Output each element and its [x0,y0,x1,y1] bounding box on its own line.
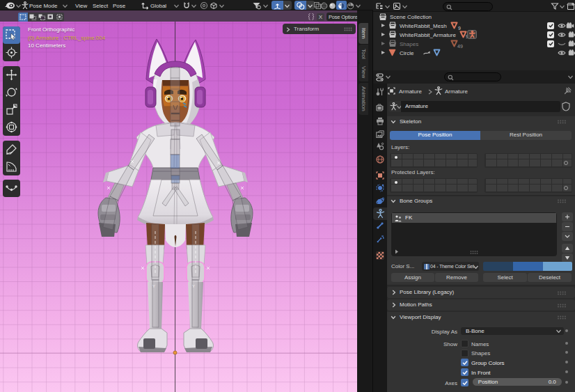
svg-text:Y: Y [192,284,195,288]
svg-text:Y: Y [152,284,155,288]
